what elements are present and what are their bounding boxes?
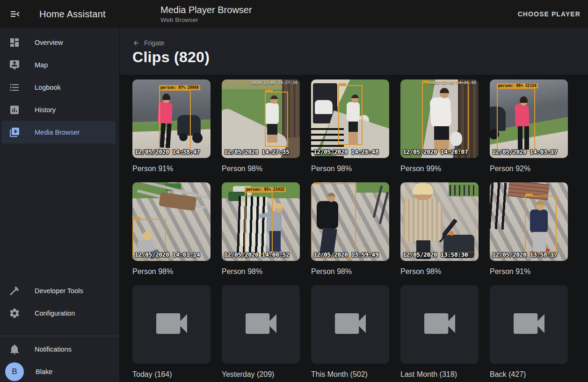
- clip-thumbnail: 12/05/2020 13:58:30: [400, 182, 479, 261]
- folder-caption: Last Month (318): [400, 369, 479, 380]
- account-map-icon: [9, 59, 20, 71]
- folder-card[interactable]: This Month (502): [311, 285, 389, 380]
- panel-title-block: Media Player Browser Web Browser: [160, 5, 252, 24]
- clip-card[interactable]: person: 96% 32154 12/05/2020 14:03:17 Pe…: [490, 79, 568, 174]
- folder-card[interactable]: Back (427): [490, 285, 568, 380]
- scene-prop: [356, 182, 389, 193]
- detection-label: person: 96% 32154: [497, 83, 538, 88]
- folder-card[interactable]: Yesterday (209): [222, 285, 300, 380]
- top-app-bar: Home Assistant Media Player Browser Web …: [0, 0, 588, 28]
- clip-thumbnail: 12/05/2020 13:59:49: [311, 182, 389, 261]
- sidebar-nav: Overview Map Logbook History Media Brows…: [0, 28, 119, 144]
- folder-caption: Today (164): [132, 369, 211, 380]
- sidebar-item-logbook[interactable]: Logbook: [0, 76, 119, 99]
- detection-bbox: [265, 92, 288, 147]
- detection-label: [133, 217, 140, 219]
- bell-icon: [9, 344, 20, 355]
- breadcrumb-label: Frigate: [144, 39, 165, 47]
- clip-card[interactable]: 12/05/2020 14:26:48 Person 98%: [311, 79, 389, 174]
- clip-caption: Person 91%: [490, 267, 568, 277]
- sidebar-item-developer-tools[interactable]: Developer Tools: [0, 280, 119, 302]
- clip-caption: Person 98%: [222, 267, 300, 277]
- clip-card[interactable]: 2020-12-05 14:26:08 12/05/2020 14:26:07 …: [400, 79, 479, 174]
- video-icon: [419, 303, 460, 346]
- detection-bbox: person: 96% 32154: [497, 88, 535, 152]
- folder-card[interactable]: Last Month (318): [400, 285, 479, 380]
- sidebar-toggle-icon[interactable]: [9, 8, 21, 20]
- sidebar-footer: Notifications B Blake: [0, 338, 119, 382]
- sidebar-divider: [0, 336, 119, 336]
- clip-timestamp: 12/05/2020 13:58:30: [403, 251, 468, 258]
- folder-thumbnail: [400, 285, 479, 364]
- camera-osd-timestamp: 2020-12-05 14:27:36: [251, 81, 298, 85]
- clip-card[interactable]: 12/05/2020 13:59:49 Person 98%: [311, 182, 389, 277]
- video-icon: [330, 303, 371, 346]
- view-dashboard-icon: [9, 37, 20, 48]
- camera-osd-timestamp: 2020-12-05 14:26:08: [430, 81, 476, 85]
- app-name: Home Assistant: [39, 9, 106, 20]
- scene-band: [490, 182, 507, 230]
- clip-card[interactable]: person: 97% 29988 12/05/2020 14:38:47 Pe…: [132, 79, 211, 174]
- detection-label: [265, 90, 273, 92]
- clip-timestamp: 12/05/2020 13:58:17: [492, 251, 557, 258]
- sidebar-item-map[interactable]: Map: [0, 54, 119, 76]
- sidebar-item-user[interactable]: B Blake: [0, 360, 119, 382]
- detection-label: person: 97% 29988: [159, 85, 200, 90]
- clip-thumbnail: 12/05/2020 14:01:14: [132, 182, 211, 261]
- clip-thumbnail: person: 96% 32154 12/05/2020 14:03:17: [490, 79, 568, 158]
- video-icon: [151, 303, 192, 346]
- choose-player-button[interactable]: CHOOSE PLAYER: [510, 6, 588, 22]
- detection-bbox: [525, 195, 557, 252]
- sidebar-item-media-browser[interactable]: Media Browser: [2, 121, 116, 144]
- media-browser-header: Frigate Clips (820): [120, 28, 588, 75]
- folder-thumbnail: [490, 285, 568, 364]
- folder-caption: Back (427): [490, 369, 568, 380]
- clip-caption: Person 98%: [132, 267, 211, 277]
- folder-caption: Yesterday (209): [222, 369, 300, 380]
- clip-caption: Person 99%: [400, 164, 479, 174]
- breadcrumb[interactable]: Frigate: [132, 39, 165, 47]
- sidebar-item-notifications[interactable]: Notifications: [0, 338, 119, 360]
- detection-label: [422, 80, 430, 83]
- clip-thumbnail: 2020-12-05 14:27:36 12/05/2020 14:27:35: [222, 79, 300, 158]
- video-icon: [508, 303, 550, 346]
- sidebar-item-configuration[interactable]: Configuration: [0, 302, 119, 324]
- topbar-left: Home Assistant: [0, 8, 120, 20]
- clip-timestamp: 12/05/2020 13:59:49: [313, 251, 378, 258]
- clip-timestamp: 12/05/2020 14:01:14: [135, 251, 200, 258]
- folder-thumbnail: [311, 285, 389, 364]
- play-box-multiple-icon: [9, 127, 20, 138]
- bar-chart-box-icon: [9, 104, 20, 115]
- clip-timestamp: 12/05/2020 14:27:35: [224, 148, 289, 155]
- clip-card[interactable]: 2020-12-05 14:27:36 12/05/2020 14:27:35 …: [222, 79, 300, 174]
- scene-detail: [315, 100, 333, 114]
- detection-bbox: [338, 85, 363, 145]
- clip-timestamp: 12/05/2020 14:03:17: [492, 148, 557, 155]
- sidebar-bottom-group: Developer Tools Configuration: [0, 280, 119, 324]
- detection-bbox: person: 95% 23432: [245, 192, 273, 255]
- clip-card[interactable]: 12/05/2020 13:58:17 Person 91%: [490, 182, 568, 277]
- clip-caption: Person 92%: [490, 164, 568, 174]
- folder-card[interactable]: Today (164): [132, 285, 211, 380]
- clip-timestamp: 12/05/2020 14:26:48: [313, 148, 378, 155]
- clip-caption: Person 98%: [311, 164, 389, 174]
- person-figure: [274, 203, 283, 213]
- clip-thumbnail: 12/05/2020 13:58:17: [490, 182, 568, 261]
- hammer-icon: [9, 285, 20, 296]
- folder-caption: This Month (502): [311, 369, 389, 380]
- sidebar-item-overview[interactable]: Overview: [0, 31, 119, 54]
- sidebar-item-history[interactable]: History: [0, 99, 119, 121]
- video-icon: [240, 303, 282, 346]
- clip-card[interactable]: 12/05/2020 13:58:30 Person 98%: [400, 182, 479, 277]
- clip-timestamp: 12/05/2020 14:38:47: [135, 148, 200, 155]
- clip-thumbnail: 12/05/2020 14:26:48: [311, 79, 389, 158]
- detection-bbox: person: 97% 29988: [159, 90, 191, 151]
- detection-bbox: [406, 183, 475, 252]
- panel-title: Media Player Browser: [160, 5, 252, 15]
- clip-thumbnail: person: 97% 29988 12/05/2020 14:38:47: [132, 79, 211, 158]
- clip-card[interactable]: 12/05/2020 14:01:14 Person 98%: [132, 182, 211, 277]
- clip-card[interactable]: person: 95% 23432 12/05/2020 14:00:52 Pe…: [222, 182, 300, 277]
- media-browser-content: person: 97% 29988 12/05/2020 14:38:47 Pe…: [120, 75, 588, 382]
- clip-thumbnail: 2020-12-05 14:26:08 12/05/2020 14:26:07: [400, 79, 479, 158]
- detection-label: [339, 83, 346, 86]
